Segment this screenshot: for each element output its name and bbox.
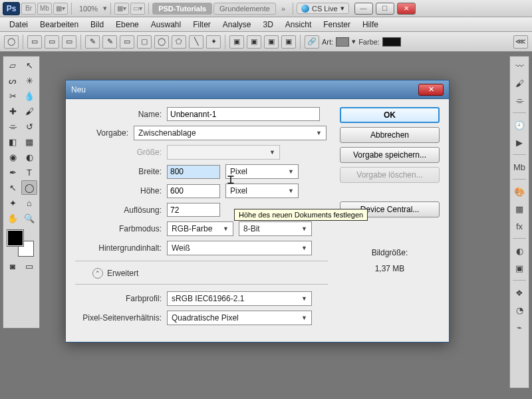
color-panel-icon[interactable]: 🎨 [513, 185, 526, 198]
shape-layers-icon[interactable]: ▭ [27, 35, 42, 49]
layers-panel-icon[interactable]: ❖ [513, 286, 526, 299]
cancel-button[interactable]: Abbrechen [340, 127, 440, 143]
custom-shape-icon[interactable]: ✦ [206, 35, 221, 49]
options-overflow-icon[interactable]: ⋘ [513, 35, 528, 49]
brush-tool-icon[interactable]: 🖌 [21, 104, 37, 118]
bridge-button[interactable]: Br [21, 3, 36, 15]
ok-button[interactable]: OK [340, 107, 440, 123]
bitdepth-combo[interactable]: 8-Bit▼ [239, 221, 312, 236]
menu-analyse[interactable]: Analyse [217, 19, 257, 31]
direct-select-icon[interactable]: ↖ [21, 58, 37, 72]
actions-panel-icon[interactable]: ▶ [513, 136, 526, 149]
channels-panel-icon[interactable]: ◔ [513, 303, 526, 317]
eraser-tool-icon[interactable]: ◧ [5, 134, 21, 149]
screenmode-button[interactable]: ▭▾ [130, 3, 145, 15]
rounded-rect-icon[interactable]: ▢ [137, 35, 152, 49]
tool-preset-icon[interactable]: ◯ [4, 35, 19, 49]
height-input[interactable] [167, 184, 220, 198]
subtract-icon[interactable]: ▣ [247, 35, 261, 49]
history-brush-icon[interactable]: ↺ [21, 119, 37, 134]
save-preset-button[interactable]: Vorgabe speichern... [340, 147, 440, 163]
lasso-tool-icon[interactable]: ᔕ [5, 73, 21, 88]
healing-brush-icon[interactable]: ✚ [5, 104, 21, 118]
freeform-pen-icon[interactable]: ✎ [102, 35, 117, 49]
aspect-combo[interactable]: Quadratische Pixel▼ [167, 311, 312, 325]
maximize-button[interactable]: ☐ [376, 3, 394, 15]
style-swatch[interactable] [336, 37, 349, 47]
height-unit-combo[interactable]: Pixel▼ [225, 184, 299, 198]
workspace-tab[interactable]: Grundelemente [213, 3, 276, 15]
minibridge-panel-icon[interactable]: Mb [513, 160, 526, 174]
minibridge-button[interactable]: Mb [37, 3, 52, 15]
history-panel-icon[interactable]: 🕘 [513, 118, 526, 132]
minimize-button[interactable]: — [354, 3, 373, 15]
cs-live-button[interactable]: CS Live▾ [297, 3, 349, 14]
link-icon[interactable]: 🔗 [305, 35, 319, 49]
swatches-panel-icon[interactable]: ▦ [513, 202, 526, 215]
pen-icon[interactable]: ✎ [85, 35, 100, 49]
paths-icon[interactable]: ▭ [45, 35, 59, 49]
blur-tool-icon[interactable]: ◉ [5, 150, 21, 164]
fill-pixels-icon[interactable]: ▭ [62, 35, 76, 49]
dialog-titlebar[interactable]: Neu ✕ [66, 80, 449, 99]
clone-panel-icon[interactable]: ⌯ [513, 94, 526, 107]
color-swatch[interactable] [382, 37, 401, 47]
menu-filter[interactable]: Filter [188, 19, 216, 31]
eyedropper-tool-icon[interactable]: 💧 [21, 88, 37, 103]
masks-panel-icon[interactable]: ▣ [513, 261, 526, 275]
menu-ebene[interactable]: Ebene [110, 19, 144, 31]
menu-bearbeiten[interactable]: Bearbeiten [35, 19, 84, 31]
type-tool-icon[interactable]: T [21, 165, 37, 180]
pen-tool-icon[interactable]: ✒ [5, 165, 21, 180]
dodge-tool-icon[interactable]: ◐ [21, 150, 37, 164]
menu-fenster[interactable]: Fenster [318, 19, 356, 31]
line-icon[interactable]: ╲ [189, 35, 203, 49]
rect-icon[interactable]: ▭ [120, 35, 134, 49]
menu-hilfe[interactable]: Hilfe [357, 19, 384, 31]
width-input[interactable] [167, 165, 220, 179]
adjustments-panel-icon[interactable]: ◐ [513, 244, 526, 257]
resolution-input[interactable] [167, 203, 220, 217]
menu-datei[interactable]: Datei [4, 19, 33, 31]
background-combo[interactable]: Weiß▼ [167, 241, 312, 255]
styles-panel-icon[interactable]: fx [513, 219, 526, 233]
paths-panel-icon[interactable]: ⌁ [513, 321, 526, 334]
preset-combo[interactable]: Zwischenablage▼ [134, 126, 327, 140]
menu-ansicht[interactable]: Ansicht [280, 19, 317, 31]
ellipse-icon[interactable]: ◯ [154, 35, 169, 49]
profile-combo[interactable]: sRGB IEC61966-2.1▼ [167, 291, 312, 306]
menu-auswahl[interactable]: Auswahl [146, 19, 186, 31]
dialog-close-button[interactable]: ✕ [418, 84, 444, 96]
workspace-tab-active[interactable]: PSD-Tutorials [152, 3, 212, 15]
3d-camera-icon[interactable]: ⌂ [21, 196, 37, 210]
intersect-icon[interactable]: ▣ [264, 35, 279, 49]
advanced-toggle[interactable]: ⌃ Erweitert [92, 268, 328, 279]
workspace-overflow[interactable]: » [277, 5, 289, 13]
brushpresets-panel-icon[interactable]: 🖌 [513, 76, 526, 90]
crop-tool-icon[interactable]: ✂ [5, 88, 21, 103]
fg-color-swatch[interactable] [7, 230, 23, 246]
close-button[interactable]: ✕ [397, 3, 416, 15]
brush-panel-icon[interactable]: 〰 [513, 59, 526, 72]
zoom-tool-icon[interactable]: 🔍 [21, 211, 37, 225]
polygon-icon[interactable]: ⬠ [172, 35, 186, 49]
menu-bild[interactable]: Bild [85, 19, 109, 31]
zoom-level[interactable]: 100% [75, 5, 102, 13]
arrange-docs-button[interactable]: ▦▾ [114, 3, 129, 15]
clone-stamp-icon[interactable]: ⌯ [5, 119, 21, 134]
magic-wand-icon[interactable]: ✳ [21, 73, 37, 88]
menu-3d[interactable]: 3D [258, 19, 279, 31]
quickmask-icon[interactable]: ◙ [5, 259, 21, 273]
gradient-tool-icon[interactable]: ▦ [21, 134, 37, 149]
exclude-icon[interactable]: ▣ [281, 35, 296, 49]
path-select-icon[interactable]: ↖ [5, 180, 21, 195]
hand-tool-icon[interactable]: ✋ [5, 211, 21, 225]
width-unit-combo[interactable]: Pixel▼ [225, 164, 299, 179]
screenmode-tool-icon[interactable]: ▭ [21, 259, 37, 273]
3d-tool-icon[interactable]: ✦ [5, 196, 21, 210]
fg-bg-swatches[interactable] [5, 229, 37, 258]
colormode-combo[interactable]: RGB-Farbe▼ [167, 221, 233, 236]
name-input[interactable] [167, 107, 320, 121]
ellipse-tool-icon[interactable]: ◯ [21, 180, 37, 195]
combine-icon[interactable]: ▣ [229, 35, 244, 49]
